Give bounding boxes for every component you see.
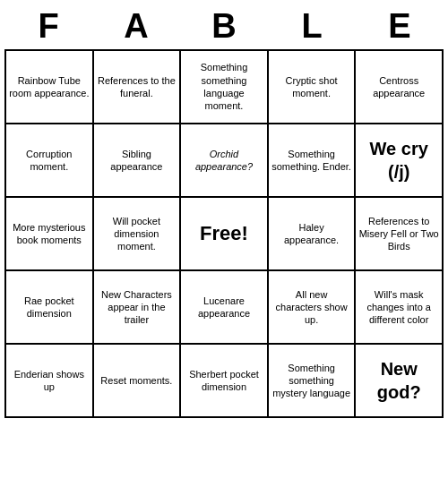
- bingo-cell-13: Haley appearance.: [269, 198, 357, 271]
- bingo-card: FABLE Rainbow Tube room appearance.Refer…: [4, 4, 444, 418]
- bingo-cell-3: Cryptic shot moment.: [269, 51, 357, 124]
- bingo-cell-14: References to Misery Fell or Two Birds: [356, 198, 444, 271]
- bingo-cell-10: More mysterious book moments: [6, 198, 94, 271]
- bingo-cell-11: Will pocket dimension moment.: [94, 198, 182, 271]
- header-row: FABLE: [4, 4, 444, 49]
- bingo-cell-2: Something something language moment.: [181, 51, 269, 124]
- bingo-cell-6: Sibling appearance: [94, 124, 182, 198]
- bingo-cell-7: Orchid appearance?: [181, 124, 269, 198]
- bingo-cell-24: New god?: [356, 345, 444, 418]
- bingo-cell-15: Rae pocket dimension: [6, 271, 94, 345]
- header-letter-e: E: [356, 4, 444, 49]
- bingo-grid: Rainbow Tube room appearance.References …: [4, 49, 444, 418]
- bingo-cell-21: Reset moments.: [94, 345, 182, 418]
- bingo-cell-5: Corruption moment.: [6, 124, 94, 198]
- header-letter-f: F: [4, 4, 92, 49]
- header-letter-b: B: [180, 4, 268, 49]
- bingo-cell-8: Something something. Ender.: [269, 124, 357, 198]
- bingo-cell-9: We cry (/j): [356, 124, 444, 198]
- header-letter-l: L: [268, 4, 356, 49]
- bingo-cell-4: Centross appearance: [356, 51, 444, 124]
- bingo-cell-12: Free!: [181, 198, 269, 271]
- bingo-cell-16: New Characters appear in the trailer: [94, 271, 182, 345]
- header-letter-a: A: [92, 4, 180, 49]
- bingo-cell-23: Something something mystery language: [269, 345, 357, 418]
- bingo-cell-22: Sherbert pocket dimension: [181, 345, 269, 418]
- bingo-cell-20: Enderian shows up: [6, 345, 94, 418]
- bingo-cell-19: Will's mask changes into a different col…: [356, 271, 444, 345]
- bingo-cell-18: All new characters show up.: [269, 271, 357, 345]
- bingo-cell-1: References to the funeral.: [94, 51, 182, 124]
- bingo-cell-0: Rainbow Tube room appearance.: [6, 51, 94, 124]
- bingo-cell-17: Lucenare appearance: [181, 271, 269, 345]
